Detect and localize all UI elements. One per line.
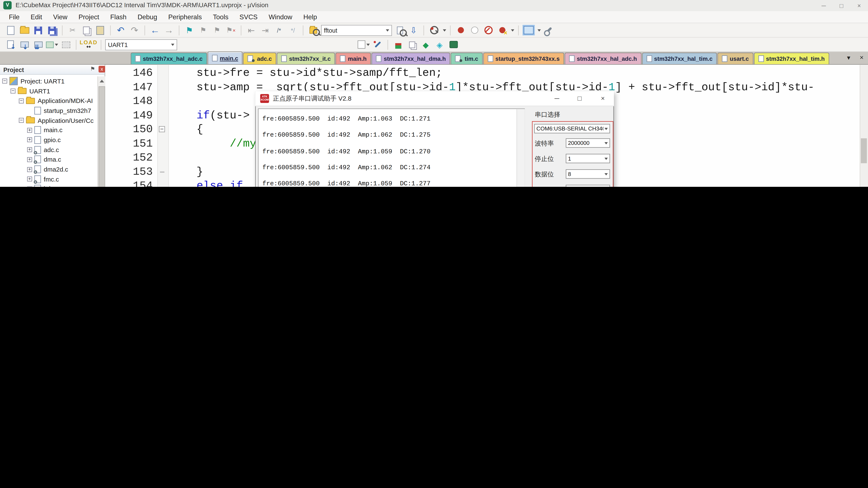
- breakpoint-enable-icon[interactable]: [468, 24, 480, 36]
- tab-stm32h7xx_it.c[interactable]: stm32h7xx_it.c: [277, 53, 335, 64]
- tree-item-startup-stm32h7[interactable]: startup_stm32h7: [0, 106, 97, 116]
- batch-setup-icon[interactable]: [60, 38, 72, 51]
- translate-icon[interactable]: ⇣: [4, 38, 17, 51]
- pack-installer-icon[interactable]: [447, 38, 459, 51]
- tree-expander-icon[interactable]: −: [19, 98, 24, 103]
- breakpoint-icon[interactable]: [455, 24, 467, 36]
- port-combobox[interactable]: COM6:USB-SERIAL CH340: [534, 124, 610, 133]
- download-load-icon[interactable]: LOAD⌖⌖: [80, 38, 97, 51]
- comment-icon[interactable]: /*: [273, 24, 285, 36]
- tree-item-project-uart1[interactable]: −Project: UART1: [0, 76, 97, 86]
- menu-item-edit[interactable]: Edit: [25, 11, 48, 23]
- breakpoint-kill-all-icon[interactable]: [496, 24, 508, 36]
- menu-item-tools[interactable]: Tools: [208, 11, 234, 23]
- unindent-icon[interactable]: ⇤: [245, 24, 257, 36]
- tree-item-application-mdk-ai[interactable]: −Application/MDK-AI: [0, 96, 97, 106]
- setting-combobox-0[interactable]: 2000000: [566, 138, 610, 148]
- stack-frames-icon[interactable]: [406, 38, 418, 51]
- setting-combobox-3[interactable]: None: [566, 185, 610, 187]
- tab-close-icon[interactable]: ×: [860, 54, 864, 61]
- tree-expander-icon[interactable]: +: [27, 177, 32, 182]
- tab-stm32h7xx_hal_tim.c[interactable]: stm32h7xx_hal_tim.c: [642, 53, 717, 64]
- bookmark-prev-icon[interactable]: ⚑: [197, 24, 209, 36]
- save-all-icon[interactable]: [46, 24, 58, 36]
- open-file-icon[interactable]: [18, 24, 30, 36]
- tree-item-main-c[interactable]: +main.c: [0, 125, 97, 135]
- tree-expander-icon[interactable]: −: [19, 118, 24, 123]
- target-select-combobox[interactable]: UART1: [105, 39, 177, 50]
- tree-item-adc-c[interactable]: +adc.c: [0, 145, 97, 155]
- build-icon[interactable]: ⇣: [18, 38, 30, 51]
- rebuild-icon[interactable]: ⇊: [32, 38, 44, 51]
- fold-collapse-icon[interactable]: −: [159, 126, 165, 132]
- tree-item-dma-c[interactable]: +dma.c: [0, 155, 97, 164]
- undo-icon[interactable]: ↶: [115, 24, 127, 36]
- paste-icon[interactable]: [94, 24, 106, 36]
- manage-components-icon[interactable]: ◆: [420, 38, 432, 51]
- tab-stm32h7xx_hal_adc.c[interactable]: stm32h7xx_hal_adc.c: [130, 53, 207, 64]
- bookmark-clear-icon[interactable]: ⚑×: [225, 24, 237, 36]
- menu-item-peripherals[interactable]: Peripherals: [163, 11, 208, 23]
- tab-main.h[interactable]: main.h: [336, 53, 371, 64]
- project-tree-scroll-thumb[interactable]: [98, 87, 105, 187]
- tree-item-dma2d-c[interactable]: +dma2d.c: [0, 164, 97, 174]
- minimize-button[interactable]: ─: [815, 0, 833, 11]
- tab-stm32h7xx_hal_adc.h[interactable]: stm32h7xx_hal_adc.h: [564, 53, 641, 64]
- incremental-find-icon[interactable]: ⇩: [407, 24, 420, 36]
- tree-expander-icon[interactable]: +: [27, 147, 32, 152]
- menu-item-svcs[interactable]: SVCS: [234, 11, 263, 23]
- debug-magnifier-icon[interactable]: [428, 24, 440, 36]
- find-next-icon[interactable]: [394, 24, 406, 36]
- debug-magnifier-dropdown[interactable]: [443, 29, 446, 31]
- menu-item-file[interactable]: File: [3, 11, 25, 23]
- select-packs-icon[interactable]: ◈: [433, 38, 445, 51]
- maximize-button[interactable]: □: [833, 0, 850, 11]
- bookmark-next-icon[interactable]: ⚑: [211, 24, 223, 36]
- tree-expander-icon[interactable]: +: [27, 186, 32, 187]
- tab-stm32h7xx_hal_tim.h[interactable]: stm32h7xx_hal_tim.h: [754, 53, 829, 64]
- close-button[interactable]: ×: [850, 0, 868, 11]
- tree-expander-icon[interactable]: −: [2, 79, 7, 84]
- menu-item-flash[interactable]: Flash: [105, 11, 132, 23]
- options-checkbox-icon[interactable]: [358, 38, 370, 51]
- redo-icon[interactable]: ↷: [128, 24, 141, 36]
- menu-item-window[interactable]: Window: [263, 11, 298, 23]
- setting-combobox-1[interactable]: 1: [566, 154, 610, 163]
- navigate-back-icon[interactable]: ←: [149, 24, 161, 36]
- setting-combobox-2[interactable]: 8: [566, 169, 610, 178]
- cut-icon[interactable]: ✂: [66, 24, 79, 36]
- tab-list-dropdown-icon[interactable]: ▼: [846, 55, 851, 61]
- bookmark-toggle-icon[interactable]: ⚑: [183, 24, 195, 36]
- breakpoint-dropdown[interactable]: [511, 29, 514, 31]
- save-icon[interactable]: [32, 24, 44, 36]
- dialog-minimize-button[interactable]: ─: [551, 93, 563, 104]
- project-panel-close-icon[interactable]: x: [98, 66, 105, 72]
- tree-item-application-user-cc[interactable]: −Application/User/Cc: [0, 116, 97, 125]
- new-file-icon[interactable]: [4, 24, 17, 36]
- pin-icon[interactable]: ⚑: [90, 66, 95, 72]
- tree-item-gpio-c[interactable]: +gpio.c: [0, 135, 97, 145]
- tab-adc.c[interactable]: adc.c: [243, 53, 276, 64]
- tab-usart.c[interactable]: usart.c: [717, 53, 753, 64]
- editor-scroll-thumb[interactable]: [861, 138, 867, 163]
- configure-wrench-icon[interactable]: [542, 24, 555, 36]
- menu-item-project[interactable]: Project: [73, 11, 105, 23]
- menu-item-help[interactable]: Help: [298, 11, 322, 23]
- copy-icon[interactable]: [80, 24, 92, 36]
- tree-expander-icon[interactable]: −: [10, 89, 16, 94]
- batch-build-icon[interactable]: [46, 38, 58, 51]
- debug-session-icon[interactable]: [392, 38, 404, 51]
- navigate-forward-icon[interactable]: →: [163, 24, 175, 36]
- window-layout-icon[interactable]: [523, 24, 535, 36]
- window-layout-dropdown[interactable]: [537, 29, 541, 31]
- tab-startup_stm32h743xx.s[interactable]: startup_stm32h743xx.s: [483, 53, 564, 64]
- tree-expander-icon[interactable]: +: [27, 137, 32, 142]
- tree-expander-icon[interactable]: +: [27, 128, 32, 133]
- editor-vertical-scrollbar[interactable]: [860, 65, 868, 187]
- receive-scrollbar[interactable]: [517, 109, 525, 187]
- menu-item-view[interactable]: View: [48, 11, 73, 23]
- tree-expander-icon[interactable]: +: [27, 167, 32, 172]
- dialog-maximize-button[interactable]: □: [574, 93, 586, 104]
- tree-item-fmc-c[interactable]: +fmc.c: [0, 174, 97, 184]
- search-combobox[interactable]: fftout: [321, 25, 392, 36]
